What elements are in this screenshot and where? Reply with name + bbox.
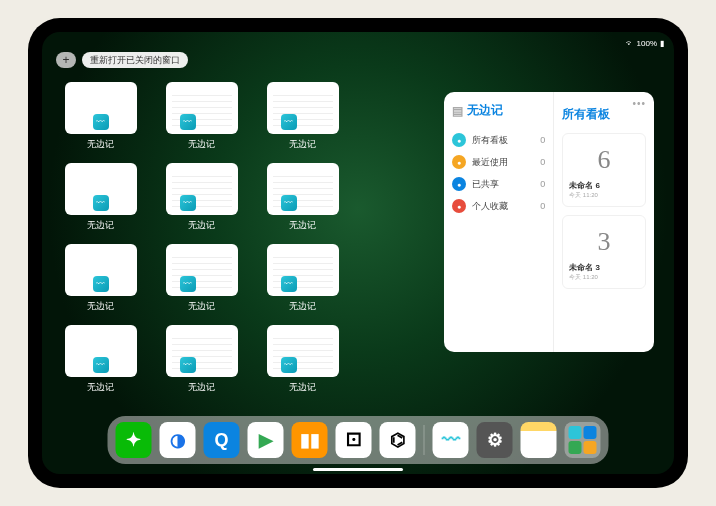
dock-app-quark-hd[interactable]: ◑ — [160, 422, 196, 458]
dock: ✦◑Q▶▮▮⚀⌬ 〰⚙ — [108, 416, 609, 464]
sidebar-icon: ▤ — [452, 104, 463, 118]
status-bar: ᯤ 100% ▮ — [42, 36, 674, 50]
category-count: 0 — [540, 179, 545, 189]
app-thumbnail[interactable]: 〰无边记 — [62, 325, 139, 394]
board-preview: 3 — [569, 222, 639, 262]
dock-app-books[interactable]: ▮▮ — [292, 422, 328, 458]
category-label: 最近使用 — [472, 156, 508, 169]
category-item[interactable]: ● 个人收藏 0 — [452, 195, 545, 217]
dock-app-roll[interactable]: ⚀ — [336, 422, 372, 458]
app-thumbnail[interactable]: 〰无边记 — [163, 325, 240, 394]
app-thumbnail[interactable]: 〰无边记 — [163, 244, 240, 313]
category-count: 0 — [540, 157, 545, 167]
category-item[interactable]: ● 所有看板 0 — [452, 129, 545, 151]
dock-app-freeform[interactable]: 〰 — [433, 422, 469, 458]
app-thumbnail[interactable]: 〰无边记 — [264, 82, 341, 151]
app-thumbnail[interactable]: 〰无边记 — [62, 82, 139, 151]
category-label: 所有看板 — [472, 134, 508, 147]
app-thumbnail[interactable]: 〰无边记 — [163, 82, 240, 151]
category-icon: ● — [452, 199, 466, 213]
board-preview: 6 — [569, 140, 639, 180]
add-button[interactable]: + — [56, 52, 76, 68]
board-timestamp: 今天 11:20 — [569, 273, 639, 282]
category-icon: ● — [452, 177, 466, 191]
category-icon: ● — [452, 133, 466, 147]
board-name: 未命名 6 — [569, 180, 639, 191]
app-switcher-grid: 〰无边记 〰无边记 〰无边记 〰无边记 〰无边记 〰无边记 〰无边记 〰无边记 … — [62, 82, 442, 394]
dock-app-wechat[interactable]: ✦ — [116, 422, 152, 458]
board-card[interactable]: 3 未命名 3 今天 11:20 — [562, 215, 646, 289]
app-thumbnail[interactable]: 〰无边记 — [163, 163, 240, 232]
app-thumbnail[interactable]: 〰无边记 — [264, 244, 341, 313]
app-thumbnail[interactable]: 〰无边记 — [264, 325, 341, 394]
dock-recent-folder[interactable] — [565, 422, 601, 458]
dock-app-play[interactable]: ▶ — [248, 422, 284, 458]
dock-app-quark[interactable]: Q — [204, 422, 240, 458]
category-item[interactable]: ● 已共享 0 — [452, 173, 545, 195]
dock-separator — [424, 425, 425, 455]
category-label: 已共享 — [472, 178, 499, 191]
home-indicator[interactable] — [313, 468, 403, 471]
category-count: 0 — [540, 135, 545, 145]
ipad-frame: ᯤ 100% ▮ + 重新打开已关闭的窗口 〰无边记 〰无边记 〰无边记 〰无边… — [28, 18, 688, 488]
app-thumbnail[interactable]: 〰无边记 — [62, 244, 139, 313]
battery-icon: ▮ — [660, 39, 664, 48]
panel-right-title: 所有看板 — [562, 106, 646, 123]
app-thumbnail[interactable]: 〰无边记 — [62, 163, 139, 232]
board-card[interactable]: 6 未命名 6 今天 11:20 — [562, 133, 646, 207]
dock-app-settings[interactable]: ⚙ — [477, 422, 513, 458]
reopen-closed-window-button[interactable]: 重新打开已关闭的窗口 — [82, 52, 188, 68]
board-timestamp: 今天 11:20 — [569, 191, 639, 200]
panel-left-title: ▤ 无边记 — [452, 102, 545, 119]
freeform-panel: ••• ▤ 无边记 ● 所有看板 0● 最近使用 0● 已共享 0● 个人收藏 … — [444, 92, 654, 352]
dock-app-notes[interactable] — [521, 422, 557, 458]
category-count: 0 — [540, 201, 545, 211]
category-icon: ● — [452, 155, 466, 169]
dock-app-graph[interactable]: ⌬ — [380, 422, 416, 458]
ipad-screen: ᯤ 100% ▮ + 重新打开已关闭的窗口 〰无边记 〰无边记 〰无边记 〰无边… — [42, 32, 674, 474]
category-item[interactable]: ● 最近使用 0 — [452, 151, 545, 173]
category-label: 个人收藏 — [472, 200, 508, 213]
wifi-icon: ᯤ — [626, 39, 634, 48]
board-name: 未命名 3 — [569, 262, 639, 273]
app-thumbnail[interactable]: 〰无边记 — [264, 163, 341, 232]
battery-pct: 100% — [637, 39, 657, 48]
